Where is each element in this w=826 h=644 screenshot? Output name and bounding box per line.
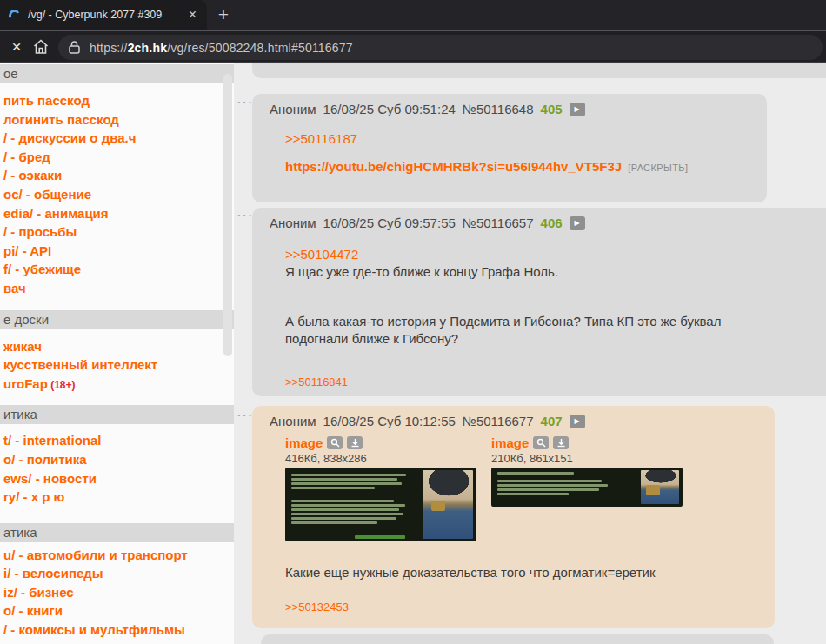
image-link[interactable]: image	[491, 435, 529, 450]
sidebar-item[interactable]: / - дискуссии о два.ч	[3, 129, 234, 148]
url-text: https://2ch.hk/vg/res/50082248.html#5011…	[90, 41, 353, 55]
sidebar-item[interactable]: логинить пасскод	[3, 110, 234, 129]
sidebar-section-list: u/ - автомобили и транспорт i/ - велосип…	[0, 546, 234, 640]
image-thumbnail[interactable]	[491, 468, 683, 507]
age-badge: (18+)	[48, 379, 76, 391]
browser-window: /vg/ - Cyberpunk 2077 #309 × + × https:/…	[0, 0, 826, 644]
quote-link[interactable]: >>50104472	[285, 246, 358, 263]
sidebar-item[interactable]: oc/ - общение	[3, 185, 234, 204]
sidebar-section-header: итика	[0, 405, 234, 424]
sidebar-item[interactable]: пить пасскод	[3, 91, 234, 110]
post-body: >>50116187 https://youtu.be/chigHCMHRBk?…	[252, 116, 767, 176]
play-button-icon[interactable]: ▶	[570, 415, 585, 428]
post-attachments: image 416Кб, 838x286	[252, 428, 775, 541]
post: Аноним 16/08/25 Суб 09:51:24 №50116648 4…	[252, 94, 767, 202]
post-header: Аноним 16/08/25 Суб 09:57:55 №50116657 4…	[252, 208, 826, 230]
post-ordinal: 406	[541, 216, 563, 230]
post-text-line: подогнали ближе к Гибсону?	[285, 330, 826, 348]
file-info: 416Кб, 838x286	[285, 452, 476, 465]
post-datetime: 16/08/25 Суб 10:12:55	[323, 414, 456, 428]
post-body: >>50104472 Я щас уже где-то ближе к конц…	[252, 230, 826, 348]
sidebar-item[interactable]: ry/ - х р ю	[3, 488, 234, 507]
download-image-icon[interactable]	[347, 436, 363, 449]
sidebar-section-list: t/ - international o/ - политика ews/ - …	[0, 431, 234, 506]
sidebar-section-header: е доски	[0, 310, 234, 329]
image-link[interactable]: image	[285, 435, 323, 450]
play-button-icon[interactable]: ▶	[570, 103, 585, 116]
post-datetime: 16/08/25 Суб 09:51:24	[323, 102, 456, 116]
character-portrait	[423, 470, 473, 539]
sidebar-item[interactable]: t/ - international	[3, 431, 234, 450]
sidebar-item[interactable]: вач	[3, 279, 234, 298]
post: Аноним 16/08/25 Суб 09:57:55 №50116657 4…	[252, 208, 826, 396]
post-number[interactable]: №50116657	[463, 216, 534, 230]
reply-backlink[interactable]: >>50132453	[285, 601, 349, 614]
sidebar-item[interactable]: ews/ - новости	[3, 469, 234, 488]
sidebar-item[interactable]: жикач	[3, 337, 234, 356]
post-datetime: 16/08/25 Суб 09:57:55	[323, 216, 456, 230]
play-button-icon[interactable]: ▶	[570, 216, 585, 230]
progress-bar	[355, 535, 405, 539]
post-header: Аноним 16/08/25 Суб 09:51:24 №50116648 4…	[252, 94, 767, 116]
reply-backlink[interactable]: >>50116841	[285, 375, 348, 389]
post-text-line: Я щас уже где-то ближе к концу Графа Нол…	[285, 263, 826, 281]
sidebar-item[interactable]: f/ - убежище	[3, 260, 234, 279]
poster-name: Аноним	[270, 414, 316, 428]
sidebar-item[interactable]: edia/ - анимация	[3, 204, 234, 223]
post-ordinal: 405	[541, 102, 563, 116]
post-number[interactable]: №50116648	[463, 102, 534, 116]
sidebar-item[interactable]: o/ - книги	[3, 601, 234, 621]
sidebar-section-list: жикач кусственный интеллект uroFap (18+)	[0, 337, 234, 395]
new-tab-button[interactable]: +	[212, 3, 235, 26]
post-fragment-top	[252, 63, 826, 78]
sidebar-item[interactable]: / - оэкаки	[3, 166, 234, 185]
address-bar[interactable]: https://2ch.hk/vg/res/50082248.html#5011…	[58, 35, 823, 60]
thread-content: ··· Аноним 16/08/25 Суб 09:51:24 №501166…	[234, 63, 826, 644]
tab-close-icon[interactable]: ×	[185, 8, 200, 22]
tab-active[interactable]: /vg/ - Cyberpunk 2077 #309 ×	[0, 0, 207, 30]
sidebar-section-list: пить пасскод логинить пасскод / - дискус…	[0, 91, 234, 298]
sidebar-item[interactable]: i/ - велосипеды	[3, 564, 234, 583]
attachment: image 210Кб, 861x151	[491, 435, 683, 541]
sidebar-item[interactable]: u/ - автомобили и транспорт	[3, 546, 234, 565]
tab-title: /vg/ - Cyberpunk 2077 #309	[28, 9, 177, 21]
page-content: ое пить пасскод логинить пасскод / - дис…	[0, 63, 826, 644]
url-scheme: https://	[90, 41, 128, 55]
file-info: 210Кб, 861x151	[491, 452, 683, 465]
tab-bar: /vg/ - Cyberpunk 2077 #309 × +	[0, 0, 826, 30]
sidebar-item[interactable]: iz/ - бизнес	[3, 583, 234, 602]
sidebar-item[interactable]: pi/ - API	[3, 242, 234, 261]
post-number[interactable]: №50116677	[463, 414, 534, 428]
quote-link[interactable]: >>50116187	[285, 130, 357, 148]
url-path: /vg/res/50082248.html#50116677	[167, 41, 353, 55]
sidebar-item[interactable]: uroFap (18+)	[3, 375, 234, 395]
expand-label[interactable]: [РАСКРЫТЬ]	[628, 163, 688, 173]
attachment: image 416Кб, 838x286	[285, 435, 476, 541]
image-thumbnail[interactable]	[285, 468, 476, 541]
sidebar-item[interactable]: / - комиксы и мультфильмы	[3, 621, 234, 640]
sidebar-item[interactable]: o/ - политика	[3, 450, 234, 469]
post-text-line: Какие еще нужные доказательства того что…	[252, 541, 775, 580]
post-highlighted: Аноним 16/08/25 Суб 10:12:55 №50116677 4…	[252, 406, 775, 628]
post-header: Аноним 16/08/25 Суб 10:12:55 №50116677 4…	[252, 406, 775, 428]
external-link[interactable]: https://youtu.be/chigHCMHRBk?si=u56I944h…	[285, 159, 622, 174]
download-image-icon[interactable]	[553, 436, 569, 449]
home-icon[interactable]	[31, 37, 50, 56]
boards-sidebar: ое пить пасскод логинить пасскод / - дис…	[0, 63, 234, 644]
poster-name: Аноним	[270, 216, 316, 230]
sidebar-item[interactable]: / - просьбы	[3, 222, 234, 242]
zoom-image-icon[interactable]	[533, 436, 549, 449]
tab-favicon-icon	[8, 8, 22, 22]
sidebar-item-label: uroFap	[3, 376, 48, 391]
sidebar-item[interactable]: кусственный интеллект	[3, 355, 234, 375]
post-ordinal: 407	[541, 414, 563, 428]
sidebar-section-header: ое	[0, 64, 234, 83]
stop-icon[interactable]: ×	[7, 37, 26, 56]
post-text-line: А была какая-то история у Подсмита и Гиб…	[285, 313, 826, 330]
sidebar-section-header: атика	[0, 523, 234, 542]
character-portrait	[641, 470, 679, 504]
sidebar-item[interactable]: / - бред	[3, 148, 234, 167]
zoom-image-icon[interactable]	[327, 436, 343, 449]
browser-toolbar: × https://2ch.hk/vg/res/50082248.html#50…	[0, 31, 826, 63]
sidebar-scrollbar-thumb[interactable]	[223, 74, 232, 356]
